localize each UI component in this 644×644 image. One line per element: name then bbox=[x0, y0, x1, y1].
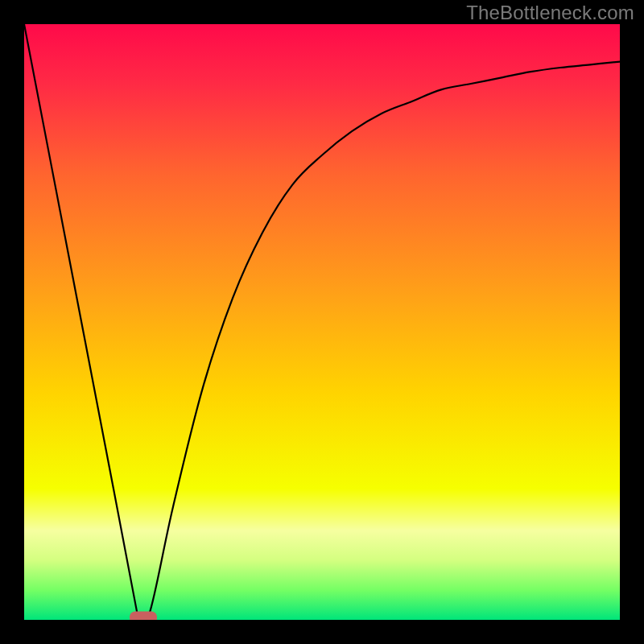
watermark-text: TheBottleneck.com bbox=[466, 2, 634, 24]
plot-area bbox=[24, 24, 620, 620]
optimal-point-marker bbox=[130, 612, 157, 621]
chart-container: TheBottleneck.com bbox=[0, 0, 644, 644]
bottleneck-curve bbox=[24, 24, 620, 620]
